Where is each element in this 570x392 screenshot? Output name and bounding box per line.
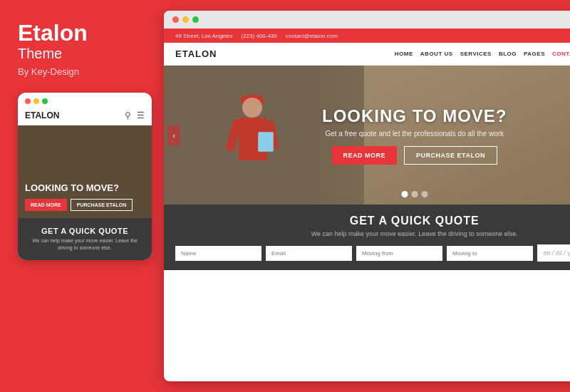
nav-link-pages[interactable]: PAGES <box>524 51 545 57</box>
dt-dot-yellow <box>182 16 189 23</box>
mobile-search-icon[interactable]: ⚲ <box>125 110 131 120</box>
address-text: 49 Street, Los Angeles <box>175 33 233 39</box>
mobile-read-more-button[interactable]: READ MORE <box>25 199 67 211</box>
nav-link-blog[interactable]: BLOG <box>499 51 517 57</box>
quote-moving-to-input[interactable] <box>447 246 533 261</box>
desktop-nav: ETALON HOME ABOUT US SERVICES BLOG PAGES… <box>164 43 570 66</box>
mobile-nav-brand: ETALON <box>25 110 59 120</box>
desktop-top-bar: 49 Street, Los Angeles (223) 400-430 con… <box>164 29 570 43</box>
phone-text: (223) 400-430 <box>242 33 277 39</box>
desktop-quote-section: GET A QUICK QUOTE We can help make your … <box>164 205 570 270</box>
quote-email-input[interactable] <box>266 246 352 261</box>
mobile-mockup: ETALON ⚲ ☰ LOOKING TO MOVE? READ MORE PU… <box>18 93 152 260</box>
hero-dot-2[interactable] <box>411 191 418 197</box>
quote-title: GET A QUICK QUOTE <box>175 215 570 227</box>
brand-by: By Key-Design <box>18 66 146 77</box>
left-panel: Etalon Theme By Key-Design ETALON ⚲ ☰ LO… <box>0 0 164 392</box>
mobile-purchase-button[interactable]: PURCHASE ETALON <box>71 199 133 211</box>
desktop-top-bar-left: 49 Street, Los Angeles (223) 400-430 con… <box>175 33 338 39</box>
person-head <box>242 98 262 118</box>
mobile-quote-subtitle: We can help make your move easier. Leave… <box>25 237 145 252</box>
brand-subtitle: Theme <box>18 46 146 62</box>
hero-prev-button[interactable]: ‹ <box>167 125 180 145</box>
dt-dot-red <box>172 16 179 23</box>
quote-date-input[interactable] <box>537 244 570 262</box>
nav-link-about[interactable]: ABOUT US <box>420 51 453 57</box>
mobile-nav: ETALON ⚲ ☰ <box>18 107 152 125</box>
email-text: contact@etalon.com <box>286 33 338 39</box>
desktop-nav-brand: ETALON <box>175 48 217 59</box>
mobile-nav-icons: ⚲ ☰ <box>125 110 145 120</box>
quote-subtitle: We can help make your move easier. Leave… <box>175 230 570 237</box>
quote-name-input[interactable] <box>175 246 261 261</box>
mobile-dot-red <box>25 98 31 104</box>
hero-dots <box>401 191 428 197</box>
mobile-quote-title: GET A QUICK QUOTE <box>25 227 145 235</box>
desktop-mockup: 49 Street, Los Angeles (223) 400-430 con… <box>164 11 570 381</box>
brand-title: Etalon <box>18 21 146 44</box>
mobile-titlebar <box>18 93 152 107</box>
person-clipboard <box>258 132 274 152</box>
mobile-dot-yellow <box>33 98 39 104</box>
nav-link-services[interactable]: SERVICES <box>460 51 492 57</box>
brand-name: Etalon Theme By Key-Design <box>18 21 146 77</box>
nav-link-home[interactable]: HOME <box>395 51 413 57</box>
mobile-hero-buttons: READ MORE PURCHASE ETALON <box>25 199 145 211</box>
hero-purchase-button[interactable]: PURCHASE ETALON <box>404 146 497 165</box>
hero-read-more-button[interactable]: READ MORE <box>332 146 398 165</box>
mobile-quote-section: GET A QUICK QUOTE We can help make your … <box>18 218 152 260</box>
dt-dot-green <box>192 16 199 23</box>
mobile-dot-green <box>42 98 48 104</box>
person-figure <box>221 91 285 205</box>
quote-form: SUBMIT <box>175 244 570 262</box>
right-panel: 49 Street, Los Angeles (223) 400-430 con… <box>164 0 570 392</box>
quote-moving-from-input[interactable] <box>356 246 442 261</box>
mobile-hero-title: LOOKING TO MOVE? <box>25 182 145 194</box>
desktop-hero: ▣ ▭ ▫ ‹ › LOOKING TO MOVE? Get a free qu… <box>164 66 570 205</box>
desktop-nav-links: HOME ABOUT US SERVICES BLOG PAGES CONTAC… <box>395 48 570 60</box>
hero-dot-1[interactable] <box>401 191 408 197</box>
mobile-menu-icon[interactable]: ☰ <box>137 110 145 120</box>
hero-dot-3[interactable] <box>421 191 428 197</box>
mobile-hero: LOOKING TO MOVE? READ MORE PURCHASE ETAL… <box>18 125 152 218</box>
nav-link-contact[interactable]: CONTACT <box>552 51 570 57</box>
desktop-titlebar <box>164 11 570 29</box>
